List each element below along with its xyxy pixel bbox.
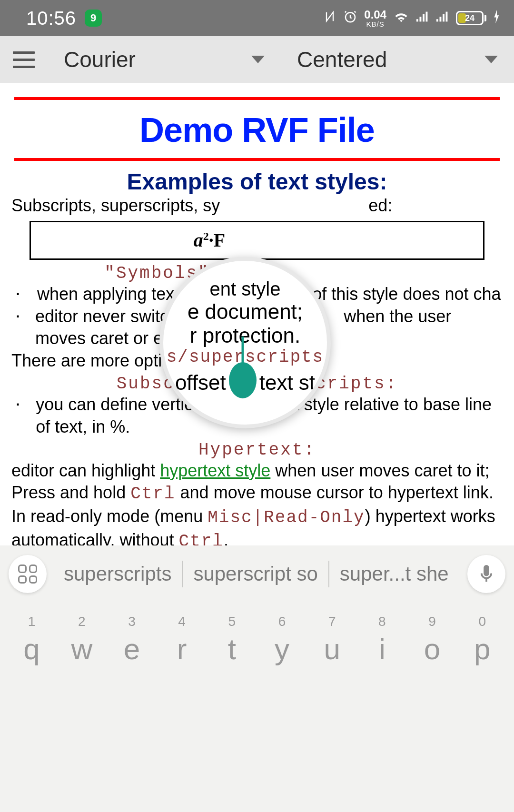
suggestion-item[interactable]: superscripts <box>53 563 182 585</box>
magnifier-cursor-handle <box>229 362 257 398</box>
hypertext-paragraph-1: editor can highlight hypertext style whe… <box>11 460 503 482</box>
suggestion-item[interactable]: superscript so <box>183 563 328 585</box>
chevron-down-icon <box>251 56 265 63</box>
key-q[interactable]: 1q <box>10 614 53 666</box>
key-r[interactable]: 4r <box>160 614 203 666</box>
status-time: 10:56 <box>26 8 76 29</box>
svg-rect-4 <box>426 11 428 21</box>
svg-rect-8 <box>446 11 448 21</box>
svg-rect-2 <box>420 17 422 21</box>
charging-icon <box>493 10 501 27</box>
apps-grid-icon <box>18 564 37 584</box>
font-dropdown[interactable]: Courier <box>48 36 281 83</box>
signal-icon-2 <box>436 10 449 26</box>
suggestion-bar: superscripts superscript so super...t sh… <box>0 545 514 603</box>
align-dropdown-label: Centered <box>297 47 387 72</box>
hypertext-paragraph-2: Press and hold Ctrl and move mouse curso… <box>11 482 503 545</box>
status-bar: 10:56 9 0.04 KB/S 24 <box>0 0 514 36</box>
font-dropdown-label: Courier <box>64 47 136 72</box>
text-magnifier: ent style e document; r protection. s/su… <box>159 257 331 428</box>
svg-rect-1 <box>416 19 418 21</box>
svg-rect-3 <box>423 14 425 21</box>
wifi-icon <box>393 10 409 27</box>
signal-icon-1 <box>416 10 429 26</box>
align-dropdown[interactable]: Centered <box>281 36 514 83</box>
status-left: 10:56 9 <box>26 8 102 29</box>
nfc-icon <box>323 10 336 27</box>
hypertext-heading: Hypertext: <box>11 440 503 460</box>
rule-bottom <box>14 158 500 161</box>
key-y[interactable]: 6y <box>261 614 304 666</box>
intro-line: Subscripts, superscripts, sy mmetric, bo… <box>11 195 503 217</box>
suggestion-item[interactable]: super...t she <box>329 563 459 585</box>
alarm-icon <box>343 10 357 27</box>
key-t[interactable]: 5t <box>210 614 253 666</box>
hypertext-link[interactable]: hypertext style <box>160 461 270 480</box>
formula-box: a2·F <box>30 221 484 260</box>
microphone-icon <box>478 564 495 584</box>
key-e[interactable]: 3e <box>110 614 153 666</box>
battery-icon: 24 <box>456 11 486 25</box>
notification-badge: 9 <box>85 10 102 27</box>
toolbar: Courier Centered <box>0 36 514 83</box>
data-speed: 0.04 KB/S <box>364 9 386 28</box>
svg-rect-9 <box>484 565 489 576</box>
keyboard: superscripts superscript so super...t sh… <box>0 545 514 812</box>
key-p[interactable]: 0p <box>461 614 504 666</box>
chevron-down-icon <box>484 56 498 63</box>
key-i[interactable]: 8i <box>361 614 404 666</box>
menu-button[interactable] <box>0 36 48 83</box>
document-area[interactable]: Demo RVF File Examples of text styles: S… <box>0 83 514 545</box>
voice-input-button[interactable] <box>467 555 505 593</box>
status-right: 0.04 KB/S 24 <box>323 9 501 28</box>
key-u[interactable]: 7u <box>311 614 354 666</box>
svg-rect-6 <box>440 17 442 21</box>
section-heading: Examples of text styles: <box>11 168 503 195</box>
svg-rect-7 <box>443 14 445 21</box>
suggestion-list: superscripts superscript so super...t sh… <box>53 561 461 587</box>
keyboard-row-1: 1q2w3e4r5t6y7u8i9o0p <box>0 603 514 666</box>
svg-rect-5 <box>436 19 438 21</box>
key-w[interactable]: 2w <box>60 614 103 666</box>
page-title: Demo RVF File <box>11 100 503 158</box>
key-o[interactable]: 9o <box>411 614 454 666</box>
apps-button[interactable] <box>9 555 47 593</box>
